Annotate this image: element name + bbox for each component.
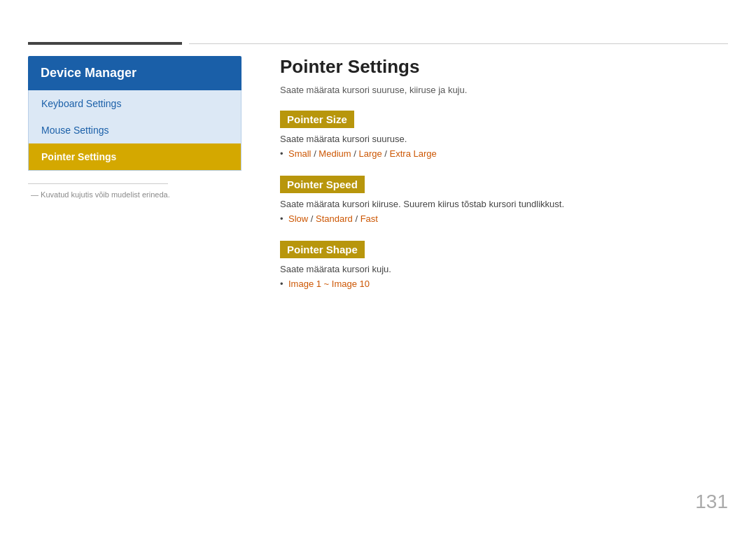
top-bar <box>0 42 756 45</box>
page-number: 131 <box>695 491 728 513</box>
pointer-speed-desc: Saate määrata kursori kiiruse. Suurem ki… <box>280 199 728 209</box>
sidebar-item-pointer[interactable]: Pointer Settings <box>29 143 241 170</box>
pointer-size-list: Small / Medium / Large / Extra Large <box>280 148 728 159</box>
page-title: Pointer Settings <box>280 56 728 78</box>
medium-link: Medium <box>318 148 351 159</box>
pointer-size-heading: Pointer Size <box>280 111 354 128</box>
pointer-size-desc: Saate määrata kursori suuruse. <box>280 134 728 144</box>
page-subtitle: Saate määrata kursori suuruse, kiiruse j… <box>280 85 728 95</box>
fast-link: Fast <box>360 213 378 224</box>
sidebar: Device Manager Keyboard Settings Mouse S… <box>28 56 241 200</box>
sidebar-title: Device Manager <box>41 66 136 80</box>
pointer-shape-desc: Saate määrata kursori kuju. <box>280 264 728 274</box>
pointer-shape-section: Pointer Shape Saate määrata kursori kuju… <box>280 241 728 289</box>
sidebar-item-keyboard[interactable]: Keyboard Settings <box>29 90 241 117</box>
sidebar-divider <box>28 183 168 184</box>
pointer-speed-section: Pointer Speed Saate määrata kursori kiir… <box>280 176 728 224</box>
list-item: Small / Medium / Large / Extra Large <box>288 148 728 159</box>
pointer-shape-list: Image 1 ~ Image 10 <box>280 279 728 289</box>
small-link: Small <box>288 148 312 159</box>
standard-link: Standard <box>316 213 353 224</box>
pointer-size-section: Pointer Size Saate määrata kursori suuru… <box>280 111 728 159</box>
top-bar-dark <box>28 42 182 45</box>
top-bar-light <box>189 43 728 44</box>
pointer-speed-heading: Pointer Speed <box>280 176 365 193</box>
sidebar-note: ― Kuvatud kujutis võib mudelist erineda. <box>28 190 241 200</box>
pointer-shape-heading: Pointer Shape <box>280 241 365 258</box>
slow-link: Slow <box>288 213 308 224</box>
pointer-speed-list: Slow / Standard / Fast <box>280 213 728 224</box>
sidebar-item-mouse[interactable]: Mouse Settings <box>29 117 241 143</box>
image-range-link: Image 1 ~ Image 10 <box>288 279 370 289</box>
sidebar-header: Device Manager <box>28 56 241 90</box>
list-item: Image 1 ~ Image 10 <box>288 279 728 289</box>
large-link: Large <box>358 148 382 159</box>
extralarge-link: Extra Large <box>390 148 437 159</box>
list-item: Slow / Standard / Fast <box>288 213 728 224</box>
main-content: Pointer Settings Saate määrata kursori s… <box>280 56 728 306</box>
sidebar-menu: Keyboard Settings Mouse Settings Pointer… <box>28 90 241 171</box>
